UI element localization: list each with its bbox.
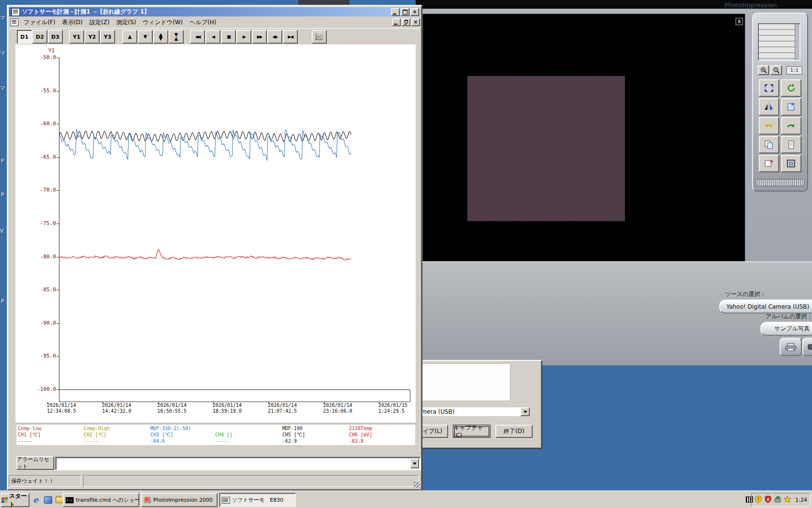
flip-horizontal-button[interactable]: [759, 98, 779, 116]
maximize-button[interactable]: [401, 8, 409, 16]
copy-button[interactable]: [759, 136, 779, 153]
zoom-out-button[interactable]: [770, 65, 782, 75]
desktop-icon-label-fragment: P: [1, 158, 4, 164]
windows-logo-icon: [1, 497, 8, 503]
legend-title: Comp-High: [84, 425, 149, 432]
compress-vertical-icon: ▼ ▲: [174, 33, 178, 41]
dialog-button-3[interactable]: 終了(D): [495, 425, 533, 438]
x-tick-date: 2026/01/14: [102, 403, 156, 408]
menu-item-2[interactable]: 表示(D): [58, 17, 86, 28]
toolbar-y3-button[interactable]: Y3: [100, 30, 115, 44]
app-icon: [12, 8, 20, 16]
source-dropdown[interactable]: Yahoo! Digital Camera (USB): [719, 299, 812, 314]
paste-icon: [786, 140, 797, 149]
ie-icon[interactable]: e: [31, 495, 41, 505]
legend-cell-ch1: Comp-lowCH1 [℃]-----: [16, 425, 84, 445]
redo-button[interactable]: [781, 117, 801, 134]
start-button[interactable]: スタート: [1, 493, 29, 507]
alert-shield-icon[interactable]: !: [754, 495, 762, 505]
legend-cell-ch3: MDF-330-2(-50)CH3 [℃]-64.6: [149, 425, 216, 445]
preview-close-icon[interactable]: X: [736, 18, 743, 25]
card-reader-icon[interactable]: [774, 495, 782, 505]
menu-item-5[interactable]: ウィンドウ(W): [140, 17, 187, 28]
step-back-button[interactable]: ◀: [205, 30, 220, 44]
expand-vertical-icon: ▲ ▼: [159, 33, 163, 41]
y-tick-label: -50.0: [29, 54, 56, 60]
title-bar[interactable]: ソフトサーモ計測－計測1 － [折れ線グラフ 1] ×: [9, 7, 420, 16]
resize-icon: [764, 83, 774, 93]
x-tick-time: 23:16:06.0: [323, 408, 377, 414]
alarm-reset-button[interactable]: アラームリセット: [16, 456, 54, 470]
undo-icon: [764, 121, 774, 131]
task-button-2[interactable]: PhotoImpression 2000: [141, 493, 218, 507]
menu-item-3[interactable]: 設定(Z): [86, 17, 113, 28]
menu-item-6[interactable]: ヘルプ(H): [186, 17, 219, 28]
menu-item-4[interactable]: 測定(S): [113, 17, 140, 28]
toolbar-d1-button[interactable]: D1: [17, 30, 32, 44]
status-message: 保存ウェイト！！: [9, 475, 81, 487]
desktop-icon-label-fragment: P: [1, 298, 4, 304]
menu-bar: ファイル(F)表示(D)設定(Z)測定(S)ウィンドウ(W)ヘルプ(H) ×: [9, 17, 420, 27]
compress-vertical-button[interactable]: ▼ ▲: [169, 30, 184, 44]
child-minimize-button[interactable]: [392, 18, 401, 26]
chevron-down-icon[interactable]: [521, 407, 530, 416]
resize-grip[interactable]: [414, 482, 420, 488]
x-range-box[interactable]: [59, 389, 410, 402]
x-tick-date: 2026/01/14: [213, 403, 267, 408]
expand-horizontal-button[interactable]: ◀▶: [267, 30, 282, 44]
scroll-button-group: ▲▼▲ ▼▼ ▲: [122, 30, 184, 44]
tool-panel-scrollbar[interactable]: [756, 179, 804, 186]
x-tick-date: 2026/01/14: [158, 403, 212, 408]
child-restore-button[interactable]: [402, 18, 410, 26]
expand-horizontal-icon: ◀▶: [273, 35, 277, 39]
toolbar-y1-button[interactable]: Y1: [69, 30, 84, 44]
dialog-button-2[interactable]: キャプチャ(C): [453, 425, 490, 438]
camera-button[interactable]: [802, 338, 812, 356]
compress-horizontal-button[interactable]: ▶◀: [283, 30, 298, 44]
photoimpression-icon: [144, 497, 151, 504]
mail-icon[interactable]: [43, 495, 53, 505]
desktop-icon-label-fragment: V: [0, 228, 4, 234]
scroll-down-button[interactable]: ▼: [138, 30, 153, 44]
y-tick-label: -85.0: [29, 286, 56, 293]
graph-settings-button[interactable]: [312, 30, 327, 44]
task-button-3[interactable]: ソフトサーモ E830: [219, 493, 296, 507]
undo-button[interactable]: [759, 117, 779, 134]
source-label: ソースの選択：: [725, 290, 766, 299]
child-close-button[interactable]: ×: [411, 18, 420, 26]
scanner-button[interactable]: [780, 338, 802, 356]
task-button-1[interactable]: C:\transfile.cmd へのショート...: [63, 493, 139, 507]
page-flip-button[interactable]: [781, 98, 801, 116]
resize-button[interactable]: [759, 79, 779, 97]
x-axis-line: [59, 389, 410, 390]
album-dropdown[interactable]: サンプル写真: [760, 322, 812, 336]
x-tick-time: 14:42:32.0: [102, 408, 156, 414]
toolbar-d3-button[interactable]: D3: [48, 30, 63, 44]
scroll-up-button[interactable]: ▲: [122, 30, 137, 44]
layer-list[interactable]: [758, 23, 800, 61]
toolbar-d2-button[interactable]: D2: [32, 30, 47, 44]
y-tick-label: -65.0: [29, 154, 56, 160]
error-shield-icon[interactable]: x: [764, 495, 772, 505]
y-axis-title: Y1: [48, 47, 55, 54]
paste-button[interactable]: [781, 136, 801, 153]
toolbar-y2-button[interactable]: Y2: [85, 30, 100, 44]
step-forward-button[interactable]: ▶: [236, 30, 251, 44]
alarm-log-combo[interactable]: [55, 457, 421, 470]
minimize-button[interactable]: [391, 8, 400, 16]
fast-rewind-button[interactable]: ◀◀: [190, 30, 205, 44]
x-tick-date: 2026/01/14: [47, 403, 101, 408]
menu-item-1[interactable]: ファイル(F): [20, 17, 58, 28]
stop-button[interactable]: ■: [221, 30, 236, 44]
legend-channel: CH4 []: [215, 432, 281, 438]
duplicate-button[interactable]: [759, 155, 779, 172]
layer-list-scrollbar[interactable]: [795, 24, 799, 60]
fast-forward-button[interactable]: ▶▶: [252, 30, 267, 44]
rotate-button[interactable]: [781, 79, 801, 97]
frame-button[interactable]: [781, 155, 801, 172]
expand-vertical-button[interactable]: ▲ ▼: [153, 30, 168, 44]
close-button[interactable]: ×: [410, 8, 419, 16]
star-icon[interactable]: [783, 495, 791, 505]
zoom-in-button[interactable]: [758, 65, 769, 75]
chevron-down-icon[interactable]: [410, 459, 419, 468]
